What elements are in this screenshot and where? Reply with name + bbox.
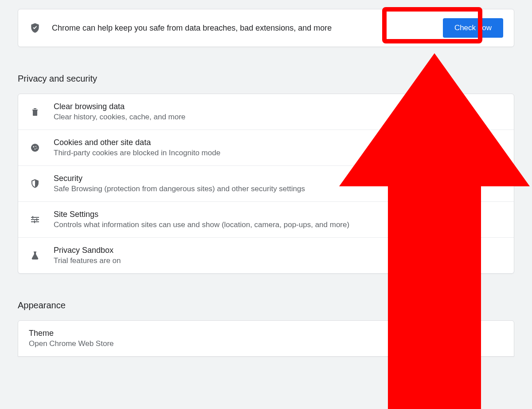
- privacy-security-heading: Privacy and security: [18, 74, 514, 84]
- security-row[interactable]: Security Safe Browsing (protection from …: [18, 166, 514, 202]
- row-desc: Safe Browsing (protection from dangerous…: [54, 185, 305, 193]
- row-title: Privacy Sandbox: [54, 246, 121, 255]
- row-desc: Third-party cookies are blocked in Incog…: [54, 149, 220, 157]
- row-desc: Controls what information sites can use …: [54, 220, 349, 229]
- row-title: Clear browsing data: [54, 102, 185, 111]
- flask-icon: [29, 249, 41, 262]
- svg-rect-5: [31, 217, 39, 218]
- svg-point-4: [36, 148, 37, 149]
- svg-point-2: [35, 146, 36, 147]
- theme-title: Theme: [29, 329, 503, 338]
- cookies-row[interactable]: Cookies and other site data Third-party …: [18, 130, 514, 166]
- svg-point-1: [33, 146, 35, 148]
- trash-icon: [29, 106, 41, 118]
- theme-desc: Open Chrome Web Store: [29, 339, 503, 348]
- svg-point-0: [31, 144, 39, 152]
- svg-rect-6: [31, 219, 39, 220]
- cookie-icon: [29, 142, 41, 154]
- svg-rect-10: [34, 220, 35, 223]
- safety-check-card: Chrome can help keep you safe from data …: [18, 9, 514, 47]
- svg-point-3: [35, 149, 35, 149]
- appearance-heading: Appearance: [18, 300, 514, 311]
- check-now-button[interactable]: Check now: [443, 18, 503, 38]
- privacy-security-list: Clear browsing data Clear history, cooki…: [18, 94, 514, 274]
- sliders-icon: [29, 213, 41, 226]
- theme-row[interactable]: Theme Open Chrome Web Store: [18, 321, 514, 356]
- svg-rect-8: [32, 216, 33, 219]
- row-desc: Clear history, cookies, cache, and more: [54, 113, 185, 122]
- security-shield-icon: [29, 177, 41, 190]
- row-title: Cookies and other site data: [54, 138, 220, 147]
- svg-rect-9: [36, 218, 37, 221]
- privacy-sandbox-row[interactable]: Privacy Sandbox Trial features are on: [18, 238, 514, 273]
- safety-check-text: Chrome can help keep you safe from data …: [52, 24, 432, 33]
- site-settings-row[interactable]: Site Settings Controls what information …: [18, 202, 514, 238]
- row-title: Security: [54, 174, 305, 183]
- appearance-card: Theme Open Chrome Web Store: [18, 320, 514, 357]
- clear-browsing-data-row[interactable]: Clear browsing data Clear history, cooki…: [18, 94, 514, 130]
- shield-icon: [29, 22, 41, 34]
- row-title: Site Settings: [54, 210, 349, 219]
- row-desc: Trial features are on: [54, 256, 121, 265]
